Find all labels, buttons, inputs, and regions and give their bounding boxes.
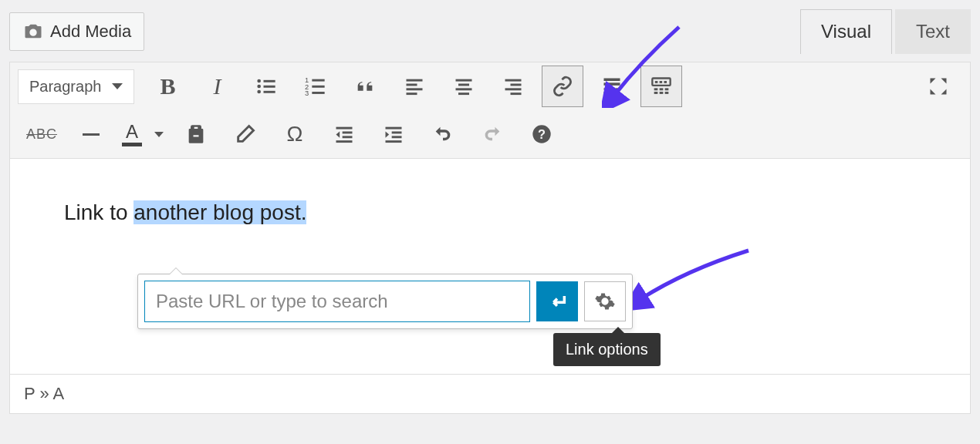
redo-icon xyxy=(482,123,503,145)
insert-link-button[interactable] xyxy=(542,66,583,107)
clear-formatting-button[interactable] xyxy=(225,113,266,155)
svg-text:3: 3 xyxy=(305,89,309,97)
svg-rect-42 xyxy=(343,136,353,138)
svg-rect-17 xyxy=(458,84,469,86)
outdent-button[interactable] xyxy=(323,113,365,155)
svg-rect-22 xyxy=(505,88,522,90)
svg-rect-15 xyxy=(407,92,417,95)
svg-rect-33 xyxy=(664,81,667,83)
svg-rect-27 xyxy=(610,88,614,89)
svg-rect-19 xyxy=(458,92,469,95)
link-popover xyxy=(137,274,633,329)
svg-rect-47 xyxy=(386,140,402,143)
kitchen-sink-icon xyxy=(651,76,672,97)
read-more-icon xyxy=(601,76,623,97)
add-media-label: Add Media xyxy=(50,22,131,42)
top-row: Add Media Visual Text xyxy=(9,9,971,54)
svg-rect-13 xyxy=(407,84,417,86)
svg-rect-39 xyxy=(665,92,669,94)
svg-rect-23 xyxy=(511,92,522,95)
svg-rect-5 xyxy=(264,91,275,93)
indent-icon xyxy=(383,123,404,145)
apply-link-button[interactable] xyxy=(536,281,578,321)
numbered-list-button[interactable]: 123 xyxy=(295,66,336,107)
svg-text:?: ? xyxy=(538,127,546,141)
bullet-list-button[interactable] xyxy=(245,66,287,107)
undo-button[interactable] xyxy=(422,113,464,155)
chevron-down-icon xyxy=(112,83,123,89)
svg-point-0 xyxy=(258,79,262,83)
svg-rect-44 xyxy=(386,127,402,130)
redo-button[interactable] xyxy=(471,113,513,155)
format-select[interactable]: Paragraph xyxy=(18,69,134,104)
help-button[interactable]: ? xyxy=(521,113,563,155)
svg-rect-40 xyxy=(336,127,353,130)
align-left-icon xyxy=(404,76,425,97)
toolbar: Paragraph B I 123 xyxy=(9,62,971,159)
toolbar-row-2: ABC A Ω xyxy=(10,110,970,158)
link-options-button[interactable] xyxy=(584,281,626,321)
svg-rect-20 xyxy=(505,79,522,82)
align-center-icon xyxy=(453,76,475,97)
align-left-button[interactable] xyxy=(394,66,435,107)
numbered-list-icon: 123 xyxy=(305,76,326,97)
clipboard-icon xyxy=(185,123,207,145)
status-bar[interactable]: P » A xyxy=(9,375,971,414)
content-selected: another blog post. xyxy=(133,200,306,224)
paste-text-button[interactable] xyxy=(175,113,217,155)
align-right-button[interactable] xyxy=(492,66,534,107)
svg-rect-41 xyxy=(343,132,353,134)
link-options-tooltip: Link options xyxy=(553,333,661,366)
svg-rect-24 xyxy=(604,79,620,82)
svg-rect-26 xyxy=(604,88,609,89)
read-more-button[interactable] xyxy=(591,66,633,107)
svg-rect-16 xyxy=(456,79,472,82)
svg-rect-36 xyxy=(665,88,669,90)
indent-button[interactable] xyxy=(373,113,414,155)
svg-rect-14 xyxy=(407,88,423,90)
content-text[interactable]: Link to another blog post. xyxy=(64,197,916,227)
help-icon: ? xyxy=(531,123,553,145)
special-character-button[interactable]: Ω xyxy=(274,113,316,155)
align-center-button[interactable] xyxy=(443,66,485,107)
fullscreen-button[interactable] xyxy=(917,66,959,107)
toolbar-row-1: Paragraph B I 123 xyxy=(10,62,970,110)
svg-rect-12 xyxy=(407,79,423,82)
svg-rect-43 xyxy=(336,140,353,143)
content-area[interactable]: Link to another blog post. xyxy=(9,159,971,375)
tab-text[interactable]: Text xyxy=(895,9,971,54)
text-color-button[interactable]: A xyxy=(117,113,171,155)
url-input[interactable] xyxy=(144,281,530,322)
svg-rect-28 xyxy=(616,88,620,89)
tab-visual[interactable]: Visual xyxy=(800,9,892,54)
quote-icon xyxy=(354,76,376,97)
horizontal-rule-button[interactable] xyxy=(70,113,112,155)
bold-button[interactable]: B xyxy=(147,66,188,107)
add-media-button[interactable]: Add Media xyxy=(9,12,144,51)
strikethrough-button[interactable]: ABC xyxy=(21,113,63,155)
editor-tabs: Visual Text xyxy=(800,9,971,54)
svg-point-2 xyxy=(258,85,262,89)
italic-button[interactable]: I xyxy=(196,66,238,107)
svg-rect-46 xyxy=(392,136,402,138)
svg-rect-37 xyxy=(654,92,658,94)
svg-rect-11 xyxy=(313,92,325,94)
undo-icon xyxy=(432,123,454,145)
gear-icon xyxy=(594,291,616,312)
blockquote-button[interactable] xyxy=(344,66,386,107)
editor-container: Add Media Visual Text Paragraph B I 123 xyxy=(0,0,980,423)
svg-rect-29 xyxy=(604,92,620,95)
svg-rect-7 xyxy=(313,79,325,82)
svg-rect-35 xyxy=(660,88,664,90)
svg-point-4 xyxy=(258,90,262,94)
align-right-icon xyxy=(502,76,524,97)
bullet-list-icon xyxy=(255,76,277,97)
svg-rect-31 xyxy=(655,81,658,83)
outdent-icon xyxy=(333,123,355,145)
toolbar-toggle-button[interactable] xyxy=(640,66,682,107)
hr-icon xyxy=(83,133,100,136)
fullscreen-icon xyxy=(928,76,949,97)
svg-rect-34 xyxy=(654,88,658,90)
svg-rect-18 xyxy=(456,88,472,90)
text-color-dropdown[interactable] xyxy=(147,113,171,155)
